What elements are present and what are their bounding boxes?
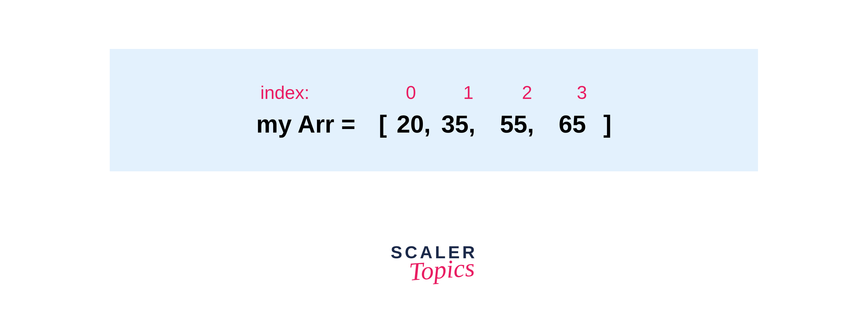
index-row: index: 0 1 2 3 xyxy=(260,82,608,103)
index-value-2: 2 xyxy=(498,82,556,103)
array-values: [ 20, 35, 55, 65 ] xyxy=(379,110,612,138)
array-row: my Arr = [ 20, 35, 55, 65 ] xyxy=(256,110,612,138)
array-value-3: 65 xyxy=(559,110,603,138)
array-value-1: 35, xyxy=(441,110,500,138)
logo-topics-text: Topics xyxy=(405,253,478,287)
array-diagram-box: index: 0 1 2 3 my Arr = [ 20, 35, 55, 65… xyxy=(110,49,758,171)
array-value-0: 20, xyxy=(397,110,441,138)
bracket-open: [ xyxy=(379,110,397,138)
index-value-1: 1 xyxy=(439,82,498,103)
array-value-2: 55, xyxy=(500,110,559,138)
index-value-3: 3 xyxy=(556,82,608,103)
bracket-close: ] xyxy=(603,110,612,138)
index-values: 0 1 2 3 xyxy=(383,82,608,103)
array-name: my Arr = xyxy=(256,110,379,138)
scaler-topics-logo: SCALER Topics xyxy=(391,242,477,284)
index-value-0: 0 xyxy=(383,82,439,103)
index-label: index: xyxy=(260,82,383,103)
